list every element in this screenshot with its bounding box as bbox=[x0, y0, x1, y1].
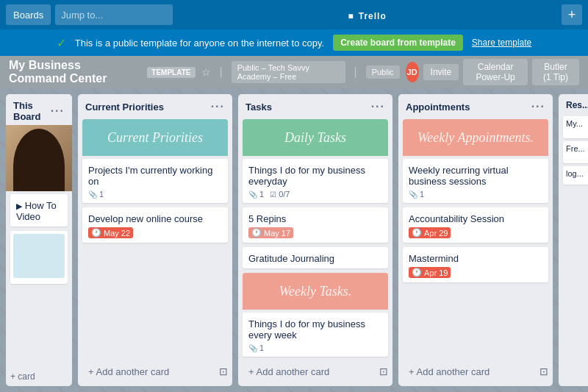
card-template-icon-appointments[interactable]: ⊡ bbox=[539, 366, 548, 377]
card-stub-2[interactable]: Fre... bbox=[563, 141, 588, 163]
star-icon[interactable]: ☆ bbox=[201, 66, 211, 78]
card-badges-mastermind: 🕐 Apr 19 bbox=[409, 267, 542, 278]
card-5-repins[interactable]: 5 Repins 🕐 May 17 bbox=[243, 207, 388, 243]
checklist-badge: 0/7 bbox=[270, 190, 290, 199]
card-projects-working-on[interactable]: Projects I'm currently working on 1 bbox=[82, 159, 228, 203]
card-how-to-video[interactable]: ▶ How To Video bbox=[10, 194, 68, 227]
column-footer-current-priorities: + Add another card ⊡ bbox=[78, 359, 232, 386]
card-badges-sessions: 1 bbox=[409, 190, 542, 199]
card-things-every-week[interactable]: Things I do for my business every week 1 bbox=[243, 313, 388, 357]
card-badges-repins: 🕐 May 17 bbox=[248, 227, 382, 238]
add-card-button-appointments[interactable]: + Add another card bbox=[403, 362, 495, 382]
card-title: Things I do for my business everyday bbox=[248, 165, 382, 187]
separator: | bbox=[220, 65, 223, 79]
board-title: My Business Command Center bbox=[9, 59, 141, 85]
card-accountability[interactable]: Accountability Session 🕐 Apr 29 bbox=[403, 207, 548, 243]
card-title: Mastermind bbox=[409, 253, 542, 264]
card-stub-1[interactable]: My... bbox=[563, 116, 588, 138]
checklist-icon bbox=[270, 190, 276, 199]
clip-badge: 1 bbox=[88, 190, 104, 199]
date-badge-may22: 🕐 May 22 bbox=[88, 227, 133, 238]
card-stub-3[interactable]: log... bbox=[563, 166, 588, 185]
card-badges-everyday: 1 0/7 bbox=[248, 190, 382, 199]
clip-icon-weekly bbox=[248, 343, 257, 352]
card-badges: 1 bbox=[88, 190, 222, 199]
column-this-board: This Board ··· ▶ How To Video + card bbox=[6, 94, 72, 386]
column-menu-this-board[interactable]: ··· bbox=[51, 104, 65, 118]
butler-button[interactable]: Butler (1 Tip) bbox=[532, 59, 579, 85]
card-screenshot[interactable] bbox=[10, 231, 68, 284]
card-title: Weekly recurring virtual business sessio… bbox=[409, 165, 542, 187]
date-badge-apr29: 🕐 Apr 29 bbox=[409, 227, 451, 238]
card-badges-accountability: 🕐 Apr 29 bbox=[409, 227, 542, 238]
clip-icon-tasks bbox=[248, 190, 257, 199]
column-appointments: Appointments ··· Weekly Appointments. We… bbox=[398, 94, 553, 386]
card-template-icon[interactable]: ⊡ bbox=[219, 366, 228, 377]
column-footer-tasks: + Add another card ⊡ bbox=[238, 359, 392, 386]
column-header-resources: Res... bbox=[559, 94, 588, 113]
check-icon: ✓ bbox=[57, 36, 66, 50]
card-header-tasks: Daily Tasks bbox=[243, 119, 388, 156]
column-resources-stub: Res... My... Fre... log... bbox=[559, 94, 588, 386]
column-menu-current-priorities[interactable]: ··· bbox=[211, 100, 225, 113]
board-area: This Board ··· ▶ How To Video + card Cur… bbox=[0, 88, 588, 392]
card-title: Accountability Session bbox=[409, 213, 542, 224]
card-gratitude[interactable]: Gratitude Journaling bbox=[243, 247, 388, 268]
card-header-appointments: Weekly Appointments. bbox=[403, 119, 548, 156]
card-header-current-priorities: Current Priorities bbox=[82, 119, 228, 156]
column-header-appointments: Appointments ··· bbox=[398, 94, 553, 116]
separator2: | bbox=[354, 65, 357, 79]
card-mastermind[interactable]: Mastermind 🕐 Apr 19 bbox=[403, 247, 548, 282]
card-title: Develop new online course bbox=[88, 213, 222, 224]
column-tasks: Tasks ··· Daily Tasks Things I do for my… bbox=[238, 94, 392, 386]
create-board-button[interactable]: Create board from template bbox=[333, 35, 463, 51]
column-menu-tasks[interactable]: ··· bbox=[371, 100, 385, 113]
date-badge-apr19: 🕐 Apr 19 bbox=[409, 267, 451, 278]
card-title: 5 Repins bbox=[248, 213, 382, 224]
visibility-badge[interactable]: Public – Tech Savvy Academy – Free bbox=[232, 61, 345, 83]
template-banner: ✓ This is a public template for anyone o… bbox=[0, 29, 588, 56]
board-header: My Business Command Center TEMPLATE ☆ | … bbox=[0, 56, 588, 88]
public-label[interactable]: Public bbox=[366, 65, 400, 79]
invite-button[interactable]: Invite bbox=[423, 64, 459, 80]
share-template-link[interactable]: Share template bbox=[472, 38, 531, 48]
card-title: Things I do for my business every week bbox=[248, 318, 382, 341]
card-title: Gratitude Journaling bbox=[248, 253, 382, 264]
avatar[interactable]: JD bbox=[406, 62, 419, 82]
column-body-tasks: Daily Tasks Things I do for my business … bbox=[238, 116, 392, 359]
column-footer-this-board: + card bbox=[6, 370, 72, 386]
clip-icon-appointments bbox=[409, 190, 417, 199]
boards-button[interactable]: Boards bbox=[6, 4, 51, 25]
column-menu-appointments[interactable]: ··· bbox=[531, 100, 545, 113]
column-title-this-board: This Board bbox=[13, 100, 51, 122]
date-badge-may17: 🕐 May 17 bbox=[248, 227, 293, 238]
search-input[interactable] bbox=[55, 4, 173, 25]
card-badges-weekly: 1 bbox=[248, 343, 382, 352]
add-card-partial[interactable]: + card bbox=[10, 371, 35, 382]
person-image bbox=[13, 129, 65, 191]
banner-message: This is a public template for anyone on … bbox=[75, 38, 324, 49]
card-virtual-sessions[interactable]: Weekly recurring virtual business sessio… bbox=[403, 159, 548, 203]
header-right: JD Invite Calendar Power-Up Butler (1 Ti… bbox=[406, 59, 579, 85]
column-current-priorities: Current Priorities ··· Current Prioritie… bbox=[78, 94, 232, 386]
card-title: Projects I'm currently working on bbox=[88, 165, 222, 187]
card-title-how-to-video: How To Video bbox=[16, 200, 57, 222]
column-body-current-priorities: Current Priorities Projects I'm currentl… bbox=[78, 116, 232, 359]
card-develop-course[interactable]: Develop new online course 🕐 May 22 bbox=[82, 207, 228, 243]
add-card-button-tasks[interactable]: + Add another card bbox=[243, 362, 335, 382]
add-card-button-current-priorities[interactable]: + Add another card bbox=[82, 362, 175, 382]
card-image-screenshot bbox=[13, 234, 65, 278]
trello-logo: ■ Trello bbox=[177, 7, 557, 23]
column-footer-appointments: + Add another card ⊡ bbox=[398, 359, 553, 386]
card-template-icon-tasks[interactable]: ⊡ bbox=[379, 366, 388, 377]
column-title-current-priorities: Current Priorities bbox=[85, 101, 164, 113]
column-title-appointments: Appointments bbox=[406, 101, 470, 113]
card-icon-video: ▶ bbox=[16, 202, 22, 210]
column-body-appointments: Weekly Appointments. Weekly recurring vi… bbox=[398, 116, 553, 359]
calendar-power-up-button[interactable]: Calendar Power-Up bbox=[463, 59, 528, 85]
card-things-everyday[interactable]: Things I do for my business everyday 1 0… bbox=[243, 159, 388, 203]
column-title-resources: Res... bbox=[566, 100, 588, 110]
card-badges-2: 🕐 May 22 bbox=[88, 227, 222, 238]
add-button[interactable]: + bbox=[562, 4, 582, 25]
clip-badge-tasks: 1 bbox=[248, 190, 264, 199]
